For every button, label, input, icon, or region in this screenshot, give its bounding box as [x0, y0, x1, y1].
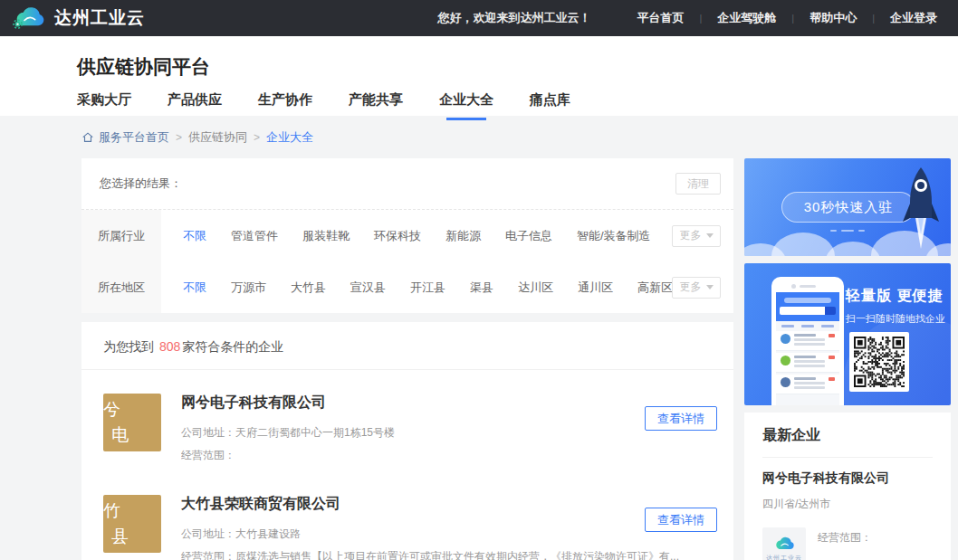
region-option-dazhu[interactable]: 大竹县: [291, 280, 326, 296]
phone-speaker: [800, 285, 816, 288]
company-address: 公司地址：大竹县建设路: [181, 526, 688, 542]
phone-mockup: [771, 277, 844, 405]
company-scope: 经营范围：原煤洗选与销售【以上项目在前置许可或审批文件有效期内经营，《排放污染物…: [181, 548, 688, 560]
industry-more-label: 更多: [680, 228, 702, 243]
company-logo-text: 网兮: [103, 372, 161, 422]
phone-screen-header: [776, 292, 839, 321]
industry-option-electronic-info[interactable]: 电子信息: [505, 228, 552, 244]
company-name[interactable]: 大竹县荣联商贸有限公司: [181, 495, 712, 514]
company-logo: 网兮 电子: [103, 394, 161, 451]
main-row: 您选择的结果： 清理 所属行业 不限 管道管件 服装鞋靴 环保科技 新能源 电子…: [81, 158, 951, 560]
welcome-text: 您好，欢迎来到达州工业云！: [437, 10, 590, 26]
view-details-button[interactable]: 查看详情: [645, 406, 717, 431]
company-logo: 大竹 县荣: [103, 495, 161, 553]
latest-enterprise-scope: 经营范围：: [818, 527, 872, 560]
site-header: 供应链协同平台 采购大厅 产品供应 生产协作 产能共享 企业大全 痛点库: [0, 36, 958, 116]
region-option-unlimited[interactable]: 不限: [183, 280, 206, 296]
clear-filters-button[interactable]: 清理: [675, 173, 721, 195]
breadcrumb-section-link[interactable]: 供应链协同: [188, 129, 247, 146]
phone-screen-tabs: [776, 321, 839, 331]
results-count-value: 808: [159, 339, 180, 354]
breadcrumb-current[interactable]: 企业大全: [266, 129, 313, 146]
results-count-suffix: 家符合条件的企业: [182, 339, 283, 354]
quick-join-pill[interactable]: 30秒快速入驻: [781, 192, 915, 223]
latest-enterprise-item[interactable]: 网兮电子科技有限公司 四川省/达州市: [762, 470, 933, 560]
industry-option-pipe-fittings[interactable]: 管道管件: [231, 228, 278, 244]
filter-panel: 您选择的结果： 清理 所属行业 不限 管道管件 服装鞋靴 环保科技 新能源 电子…: [81, 158, 733, 313]
company-info: 大竹县荣联商贸有限公司 公司地址：大竹县建设路 经营范围：原煤洗选与销售【以上项…: [181, 495, 712, 560]
phone-list-row: [776, 375, 839, 394]
results-count-line: 为您找到 808家符合条件的企业: [81, 322, 733, 370]
industry-more-button[interactable]: 更多: [672, 225, 721, 247]
breadcrumb-home-label: 服务平台首页: [99, 129, 169, 146]
page-title: 供应链协同平台: [77, 54, 958, 80]
topbar-link-help-center[interactable]: 帮助中心: [794, 10, 872, 26]
region-option-dachuan[interactable]: 达川区: [518, 280, 553, 296]
region-option-tongchuan[interactable]: 通川区: [578, 280, 613, 296]
latest-enterprise-body: 达州工业云 经营范围：: [762, 527, 933, 560]
filter-selected-row: 您选择的结果： 清理: [81, 158, 733, 210]
tab-pain-point-library[interactable]: 痛点库: [530, 91, 570, 120]
company-logo-text: 县荣: [103, 524, 161, 560]
tab-product-supply[interactable]: 产品供应: [168, 91, 222, 120]
latest-enterprise-name[interactable]: 网兮电子科技有限公司: [762, 470, 933, 487]
breadcrumb-home-link[interactable]: 服务平台首页: [81, 129, 169, 146]
industry-option-smart-equipment[interactable]: 智能/装备制造: [577, 228, 651, 244]
view-details-button[interactable]: 查看详情: [645, 508, 717, 532]
region-option-xuanhan[interactable]: 宣汉县: [350, 280, 386, 296]
tab-production-collab[interactable]: 生产协作: [258, 91, 312, 120]
industry-option-apparel-footwear[interactable]: 服装鞋靴: [302, 228, 350, 244]
latest-enterprise-region: 四川省/达州市: [762, 497, 933, 512]
topbar-link-platform-home[interactable]: 平台首页: [621, 10, 699, 26]
phone-screen: [776, 292, 839, 405]
filter-row-industry: 所属行业 不限 管道管件 服装鞋靴 环保科技 新能源 电子信息 智能/装备制造 …: [81, 210, 733, 261]
cloud-gear-logo-icon: [11, 6, 47, 30]
region-option-gaoxin[interactable]: 高新区: [637, 280, 672, 296]
topbar: 达州工业云 您好，欢迎来到达州工业云！ 平台首页 | 企业驾驶舱 | 帮助中心 …: [0, 0, 958, 36]
region-option-quxian[interactable]: 渠县: [470, 280, 493, 296]
region-option-wanyuan[interactable]: 万源市: [231, 280, 266, 296]
topbar-link-enterprise-login[interactable]: 企业登录: [875, 10, 953, 26]
latest-enterprises-heading: 最新企业: [762, 426, 933, 458]
brand-name: 达州工业云: [54, 6, 145, 30]
company-logo-text: 电子: [103, 422, 161, 473]
banner-dashes-decoration: [830, 230, 865, 232]
clouds-decoration: [744, 238, 951, 256]
phone-list-row: [776, 331, 839, 351]
left-column: 您选择的结果： 清理 所属行业 不限 管道管件 服装鞋靴 环保科技 新能源 电子…: [81, 158, 733, 560]
filter-region-label: 所在地区: [81, 261, 161, 313]
results-panel: 为您找到 808家符合条件的企业 网兮 电子 网兮电子科技有限公司 公司地址：天…: [81, 322, 733, 560]
cloud-logo-icon: [772, 536, 796, 552]
tab-enterprise-directory[interactable]: 企业大全: [439, 91, 493, 120]
results-count-prefix: 为您找到: [103, 339, 158, 354]
industry-option-unlimited[interactable]: 不限: [183, 228, 206, 244]
quick-join-banner[interactable]: 30秒快速入驻: [744, 158, 951, 256]
region-more-button[interactable]: 更多: [672, 277, 721, 299]
topbar-link-enterprise-cockpit[interactable]: 企业驾驶舱: [702, 10, 791, 26]
company-card: 网兮 电子 网兮电子科技有限公司 公司地址：天府二街蜀都中心一期1栋15号楼 经…: [81, 370, 733, 471]
lite-version-title: 轻量版 更便捷: [846, 287, 943, 306]
brand[interactable]: 达州工业云: [11, 6, 145, 30]
industry-option-new-energy[interactable]: 新能源: [445, 228, 481, 244]
phone-list-row: [776, 353, 839, 373]
company-card: 大竹 县荣 大竹县荣联商贸有限公司 公司地址：大竹县建设路 经营范围：原煤洗选与…: [81, 471, 733, 560]
company-address: 公司地址：天府二街蜀都中心一期1栋15号楼: [181, 424, 688, 441]
industry-option-environmental-tech[interactable]: 环保科技: [374, 228, 421, 244]
company-name[interactable]: 网兮电子科技有限公司: [181, 394, 712, 413]
filter-region-options: 不限 万源市 大竹县 宣汉县 开江县 渠县 达川区 通川区 高新区: [161, 261, 672, 313]
content: 服务平台首页 > 供应链协同 > 企业大全 您选择的结果： 清理 所属行业: [0, 116, 958, 560]
chevron-down-icon: [706, 233, 714, 238]
qr-code: [849, 332, 909, 392]
filter-row-region: 所在地区 不限 万源市 大竹县 宣汉县 开江县 渠县 达川区 通川区 高新区: [81, 261, 733, 313]
tab-purchase-hall[interactable]: 采购大厅: [77, 91, 131, 120]
region-option-kaijiang[interactable]: 开江县: [410, 280, 445, 296]
region-more-label: 更多: [680, 280, 702, 295]
tab-capacity-sharing[interactable]: 产能共享: [349, 91, 403, 120]
company-info: 网兮电子科技有限公司 公司地址：天府二街蜀都中心一期1栋15号楼 经营范围：: [181, 394, 712, 470]
home-icon: [81, 131, 94, 144]
breadcrumb: 服务平台首页 > 供应链协同 > 企业大全: [81, 129, 958, 146]
company-scope: 经营范围：: [181, 447, 688, 463]
filter-selected-label: 您选择的结果：: [100, 176, 182, 192]
company-logo-text: 大竹: [103, 473, 161, 524]
lite-version-banner[interactable]: 轻量版 更便捷 扫一扫随时随地找企业: [744, 263, 951, 405]
